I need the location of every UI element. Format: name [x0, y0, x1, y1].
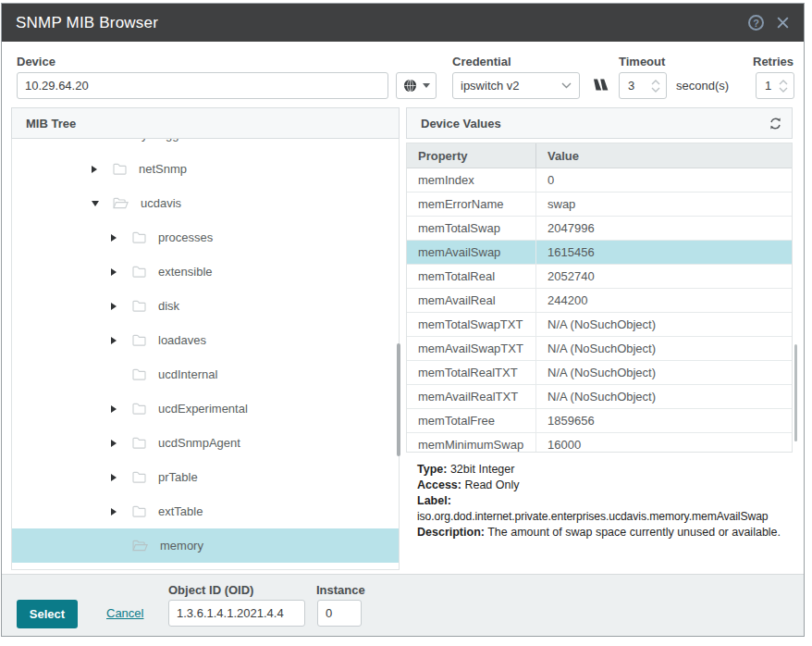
folder-closed-icon: [132, 437, 146, 449]
device-picker-button[interactable]: [396, 72, 437, 99]
detail-description: Description: The amount of swap space cu…: [417, 525, 798, 540]
spin-up-icon[interactable]: [779, 80, 788, 85]
help-icon[interactable]: ?: [748, 15, 764, 31]
tree-item-ucdInternal[interactable]: ucdInternal: [12, 357, 399, 391]
chevron-right-icon[interactable]: [111, 337, 118, 344]
table-row[interactable]: memTotalRealTXT N/A (NoSuchObject): [407, 361, 792, 385]
spin-down-icon[interactable]: [779, 87, 788, 93]
chevron-right-icon[interactable]: [111, 405, 118, 413]
detail-label-heading: Label:: [417, 493, 798, 509]
dialog-title: SNMP MIB Browser: [16, 14, 158, 32]
tree-item-loadaves[interactable]: loadaves: [12, 323, 399, 357]
detail-label-value: iso.org.dod.internet.private.enterprises…: [417, 509, 798, 525]
refresh-icon[interactable]: [769, 117, 782, 130]
cancel-link[interactable]: Cancel: [106, 606, 143, 620]
retries-value: 1: [757, 79, 779, 93]
timeout-label: Timeout: [619, 55, 665, 68]
oid-input[interactable]: [168, 600, 305, 627]
table-row-selected[interactable]: memAvailSwap 1615456: [407, 241, 792, 265]
mib-tree-title: MIB Tree: [26, 117, 76, 130]
tree-item-disk[interactable]: disk: [12, 289, 399, 323]
folder-closed-icon: [132, 403, 146, 415]
table-row[interactable]: memAvailRealTXT N/A (NoSuchObject): [407, 385, 792, 409]
credential-label: Credential: [452, 55, 511, 68]
retries-stepper[interactable]: 1: [756, 72, 794, 99]
timeout-value: 3: [620, 79, 651, 93]
folder-closed-icon: [132, 368, 146, 380]
tree-item-label: processes: [158, 230, 213, 244]
tree-item-clipped[interactable]: y gg: [141, 139, 179, 142]
tree-item-extTable[interactable]: extTable: [12, 494, 399, 528]
select-button[interactable]: Select: [17, 600, 78, 628]
value-cell: 0: [536, 168, 792, 192]
mib-tree: y gg netSnmp ucdavis processes: [11, 139, 400, 570]
chevron-right-icon[interactable]: [92, 166, 99, 173]
tree-item-label: ucdExperimental: [158, 402, 248, 416]
spin-up-icon[interactable]: [651, 80, 660, 85]
value-cell: N/A (NoSuchObject): [536, 313, 792, 336]
tree-item-label: prTable: [158, 470, 198, 484]
instance-input[interactable]: [317, 600, 362, 627]
tree-item-label: disk: [158, 299, 179, 313]
chevron-right-icon[interactable]: [111, 440, 118, 447]
tree-item-ucdavis[interactable]: ucdavis: [12, 186, 399, 220]
chevron-down-icon[interactable]: [92, 201, 99, 206]
dialog-footer: Select Cancel Object ID (OID) Instance: [2, 574, 804, 636]
credential-select[interactable]: ipswitch v2: [452, 72, 580, 99]
device-label: Device: [17, 55, 55, 68]
chevron-right-icon[interactable]: [111, 474, 118, 481]
binoculars-icon[interactable]: [591, 78, 609, 92]
chevron-right-icon[interactable]: [111, 268, 118, 276]
folder-closed-icon: [132, 471, 146, 483]
table-row[interactable]: memTotalFree 1859656: [407, 409, 792, 433]
table-row[interactable]: memIndex 0: [407, 168, 792, 193]
property-cell: memErrorName: [407, 193, 536, 216]
tree-item-processes[interactable]: processes: [12, 220, 399, 255]
device-input[interactable]: [17, 72, 388, 99]
property-cell: memTotalReal: [407, 265, 536, 288]
table-row[interactable]: memTotalReal 2052740: [407, 265, 792, 289]
tree-item-extensible[interactable]: extensible: [12, 255, 399, 289]
tree-item-ucdExperimental[interactable]: ucdExperimental: [12, 391, 399, 426]
tree-item-memory[interactable]: memory: [12, 528, 399, 563]
folder-closed-icon: [132, 505, 146, 517]
value-cell: 1859656: [536, 409, 792, 432]
spin-down-icon[interactable]: [651, 87, 660, 93]
table-row[interactable]: memAvailReal 244200: [407, 289, 792, 313]
tree-item-label: ucdSnmpAgent: [158, 436, 240, 450]
tree-item-ucdSnmpAgent[interactable]: ucdSnmpAgent: [12, 426, 399, 460]
timeout-stepper[interactable]: 3: [619, 72, 667, 99]
chevron-right-icon[interactable]: [111, 234, 118, 242]
device-values-title: Device Values: [421, 117, 501, 130]
chevron-right-icon[interactable]: [111, 508, 118, 516]
values-scrollbar-thumb[interactable]: [794, 344, 797, 441]
property-cell: memTotalSwap: [407, 217, 536, 240]
table-row[interactable]: memTotalSwap 2047996: [407, 217, 792, 241]
chevron-right-icon[interactable]: [111, 303, 118, 310]
oid-details: Type: 32bit Integer Access: Read Only La…: [417, 462, 798, 540]
chevron-down-icon: [561, 82, 572, 89]
table-row[interactable]: memTotalSwapTXT N/A (NoSuchObject): [407, 313, 792, 337]
tree-scrollbar-thumb[interactable]: [397, 343, 400, 456]
value-cell: 1615456: [536, 241, 792, 264]
folder-closed-icon: [132, 231, 146, 243]
credential-selected-value: ipswitch v2: [461, 79, 520, 93]
value-cell: swap: [536, 193, 792, 216]
table-row[interactable]: memAvailSwapTXT N/A (NoSuchObject): [407, 337, 792, 361]
tree-item-label: extensible: [158, 265, 213, 279]
retries-label: Retries: [753, 55, 794, 68]
property-cell: memAvailSwapTXT: [407, 337, 536, 360]
tree-item-prTable[interactable]: prTable: [12, 460, 399, 494]
tree-item-label: extTable: [158, 504, 203, 518]
value-cell: 2047996: [536, 217, 792, 240]
value-cell: N/A (NoSuchObject): [536, 337, 792, 360]
table-row[interactable]: memMinimumSwap 16000: [407, 433, 792, 453]
column-header-value: Value: [536, 143, 792, 168]
close-icon[interactable]: [775, 15, 791, 31]
value-cell: N/A (NoSuchObject): [536, 361, 792, 384]
table-row[interactable]: memErrorName swap: [407, 193, 792, 217]
snmp-mib-browser-dialog: SNMP MIB Browser ? Device Credential ips…: [1, 3, 805, 637]
tree-item-netSnmp[interactable]: netSnmp: [12, 152, 399, 186]
value-cell: N/A (NoSuchObject): [536, 385, 792, 408]
table-header-row: Property Value: [407, 143, 792, 168]
